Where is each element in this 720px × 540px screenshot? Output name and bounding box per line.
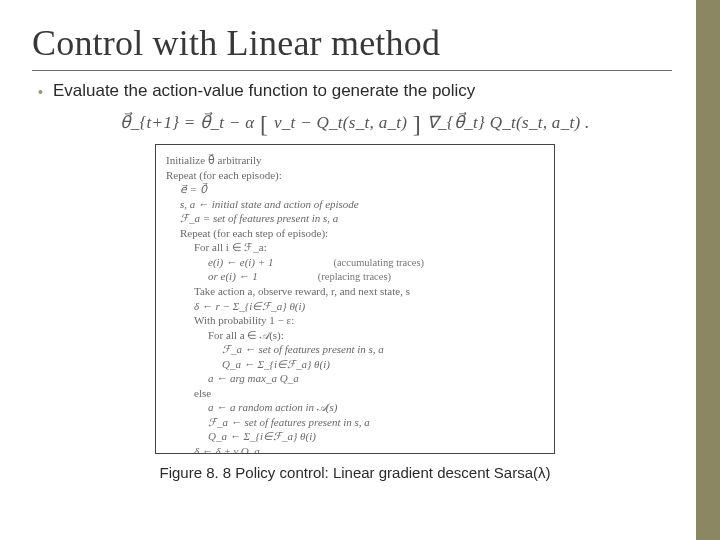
side-accent-bar	[696, 0, 720, 540]
algorithm-container: Initialize θ⃗ arbitrarily Repeat (for ea…	[32, 144, 678, 454]
algo-line: Take action a, observe reward, r, and ne…	[166, 284, 544, 299]
slide-body: Control with Linear method • Evaluate th…	[0, 0, 720, 540]
algo-line: ℱ_a ← set of features present in s, a	[166, 342, 544, 357]
algo-line: Repeat (for each step of episode):	[166, 226, 544, 241]
algo-line: ℱ_a ← set of features present in s, a	[166, 415, 544, 430]
algo-line: a ← arg max_a Q_a	[166, 371, 544, 386]
eq-lbracket: [	[259, 111, 269, 137]
algo-line: Initialize θ⃗ arbitrarily	[166, 153, 544, 168]
bullet-item: • Evaluate the action-value function to …	[38, 81, 678, 103]
algo-line: ℱ_a = set of features present in s, a	[166, 211, 544, 226]
algo-line: Repeat (for each episode):	[166, 168, 544, 183]
algo-line: s, a ← initial state and action of episo…	[166, 197, 544, 212]
eq-minus: −	[229, 113, 241, 132]
bullet-text: Evaluate the action-value function to ge…	[53, 81, 475, 101]
algo-line: For all i ∈ ℱ_a:	[166, 240, 544, 255]
algo-line: Q_a ← Σ_{i∈ℱ_a} θ(i)	[166, 429, 544, 444]
title-underline	[32, 70, 672, 71]
eq-Q2: Q_t(s_t, a_t)	[490, 113, 581, 132]
eq-theta-t1: θ⃗_{t+1}	[120, 113, 179, 132]
eq-grad: ∇_{θ⃗_t}	[427, 113, 485, 132]
algo-line: For all a ∈ 𝒜(s):	[166, 328, 544, 343]
algo-line: a ← a random action in 𝒜(s)	[166, 400, 544, 415]
algorithm-box: Initialize θ⃗ arbitrarily Repeat (for ea…	[155, 144, 555, 454]
algo-line: δ ← r − Σ_{i∈ℱ_a} θ(i)	[166, 299, 544, 314]
algo-line: e(i) ← e(i) + 1(accumulating traces)	[166, 255, 544, 270]
algo-line: Q_a ← Σ_{i∈ℱ_a} θ(i)	[166, 357, 544, 372]
algo-line: With probability 1 − ε:	[166, 313, 544, 328]
algo-line: else	[166, 386, 544, 401]
update-equation: θ⃗_{t+1} = θ⃗_t − α [ v_t − Q_t(s_t, a_t…	[32, 111, 678, 138]
eq-minus2: −	[300, 113, 312, 132]
eq-vt: v_t	[274, 113, 296, 132]
bullet-dot-icon: •	[38, 81, 43, 103]
eq-theta-t: θ⃗_t	[200, 113, 224, 132]
algo-line: δ ← δ + γ Q_a	[166, 444, 544, 454]
eq-equals: =	[184, 113, 196, 132]
page-title: Control with Linear method	[32, 22, 678, 64]
algo-line: e⃗ = 0⃗	[166, 182, 544, 197]
eq-dot: .	[585, 113, 590, 132]
figure-caption: Figure 8. 8 Policy control: Linear gradi…	[32, 464, 678, 481]
eq-rbracket: ]	[412, 111, 422, 137]
eq-Q: Q_t(s_t, a_t)	[316, 113, 407, 132]
algo-line: or e(i) ← 1(replacing traces)	[166, 269, 544, 284]
eq-alpha: α	[245, 113, 254, 132]
